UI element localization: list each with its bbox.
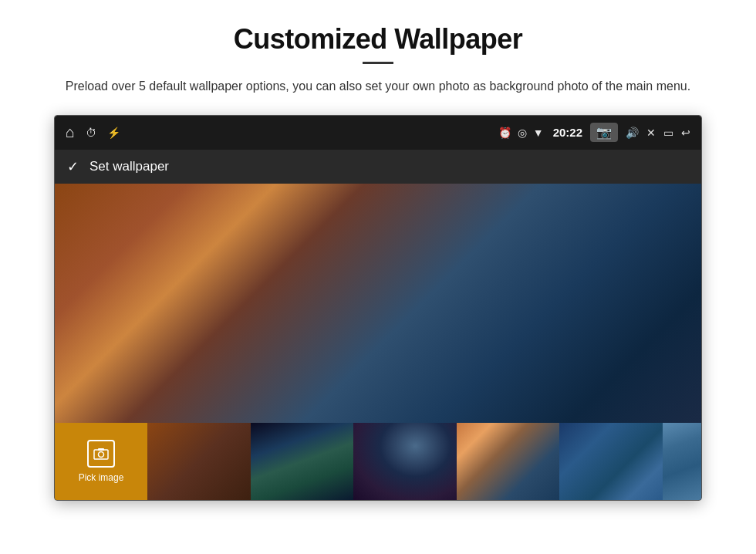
status-bar-center: ⏰ ◎ ▼ 20:22 (324, 126, 582, 139)
pick-image-label: Pick image (79, 472, 124, 483)
volume-icon: 🔊 (626, 127, 639, 139)
back-icon[interactable]: ↩ (681, 127, 690, 139)
wifi-icon: ▼ (533, 127, 544, 139)
page-wrapper: Customized Wallpaper Preload over 5 defa… (0, 0, 756, 554)
thumbnail-2[interactable] (251, 423, 354, 500)
status-bar: ⌂ ⏱ ⚡ ⏰ ◎ ▼ 20:22 📷 🔊 ✕ ▭ ↩ (55, 116, 701, 150)
page-subtitle: Preload over 5 default wallpaper options… (66, 76, 690, 96)
title-divider (363, 62, 393, 64)
thumbnail-1[interactable] (147, 423, 251, 500)
thumbnail-4[interactable] (457, 423, 560, 500)
usb-icon: ⚡ (107, 127, 120, 139)
camera-icon[interactable]: 📷 (590, 123, 618, 142)
pick-image-icon (87, 440, 115, 468)
svg-rect-2 (98, 448, 104, 451)
device-screen: ⌂ ⏱ ⚡ ⏰ ◎ ▼ 20:22 📷 🔊 ✕ ▭ ↩ ✓ (54, 115, 702, 501)
action-bar-title: Set wallpaper (89, 159, 169, 174)
thumbnail-6[interactable] (663, 423, 701, 500)
status-bar-right: 📷 🔊 ✕ ▭ ↩ (590, 123, 690, 142)
window-icon: ▭ (663, 127, 673, 139)
home-icon[interactable]: ⌂ (66, 123, 75, 141)
page-title: Customized Wallpaper (234, 23, 523, 56)
pick-image-button[interactable]: Pick image (55, 423, 147, 500)
time-display: 20:22 (553, 126, 582, 139)
clock-icon: ⏱ (86, 127, 96, 139)
action-bar: ✓ Set wallpaper (55, 150, 701, 184)
thumbnail-3[interactable] (353, 423, 457, 500)
checkmark-icon[interactable]: ✓ (67, 158, 79, 175)
status-bar-left: ⌂ ⏱ ⚡ (66, 123, 324, 141)
location-icon: ◎ (518, 127, 527, 139)
thumbnail-5[interactable] (559, 423, 663, 500)
svg-point-1 (99, 451, 104, 457)
wallpaper-preview (55, 184, 701, 423)
close-icon: ✕ (646, 127, 656, 139)
alarm-icon: ⏰ (498, 127, 511, 139)
thumbnail-strip: Pick image (55, 423, 701, 500)
